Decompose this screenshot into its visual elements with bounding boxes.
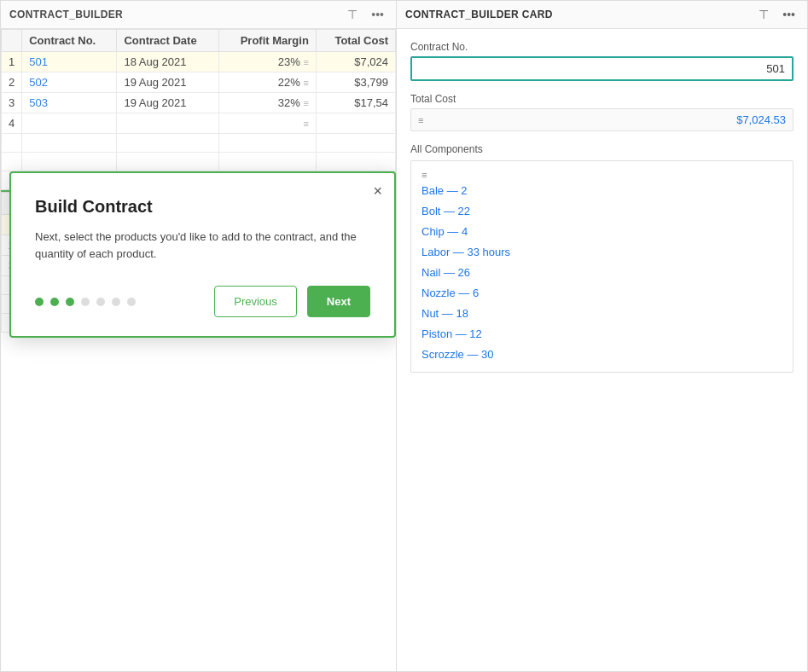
all-components-field-group: All Components ≡ Bale — 2 Bolt — 22 Chip… [410, 143, 793, 373]
dot-1 [35, 298, 44, 306]
comp-item-chip[interactable]: Chip — 4 [421, 222, 782, 242]
right-panel-title: CONTRACT_BUILDER Card [405, 9, 553, 20]
dot-4 [81, 298, 90, 306]
card-form: Contract No. Total Cost ≡ $7,024.53 All … [397, 29, 807, 397]
contract-no-label: Contract No. [410, 41, 793, 53]
total-cost-value: ≡ $7,024.53 [410, 108, 793, 131]
right-panel-icons: ⊤ ••• [755, 6, 799, 23]
modal-footer: Previous Next [35, 286, 370, 317]
total-cost-icon: ≡ [418, 115, 423, 125]
left-panel: CONTRACT_BUILDER ⊤ ••• Contract No. Cont… [0, 0, 397, 672]
contract-no-input[interactable] [410, 56, 793, 81]
dot-2 [50, 298, 59, 306]
comp-item-scrozzle[interactable]: Scrozzle — 30 [421, 345, 782, 365]
modal-buttons: Previous Next [214, 286, 370, 317]
stepper-dots [35, 298, 136, 306]
dot-7 [127, 298, 136, 306]
close-button[interactable]: × [373, 183, 382, 199]
comp-item-piston[interactable]: Piston — 12 [421, 324, 782, 345]
components-box: ≡ Bale — 2 Bolt — 22 Chip — 4 Labor — 33… [410, 160, 793, 373]
comp-item-labor[interactable]: Labor — 33 hours [421, 242, 782, 263]
dot-3 [66, 298, 74, 306]
more-icon-right[interactable]: ••• [779, 6, 799, 23]
total-cost-field-group: Total Cost ≡ $7,024.53 [410, 93, 793, 131]
contract-no-field-group: Contract No. [410, 41, 793, 81]
comp-item-bale[interactable]: Bale — 2 [421, 181, 782, 201]
dot-5 [96, 298, 105, 306]
components-list-icon: ≡ [421, 170, 427, 180]
right-panel-header: CONTRACT_BUILDER Card ⊤ ••• [397, 1, 807, 29]
comp-item-nut[interactable]: Nut — 18 [421, 304, 782, 324]
comp-item-nail[interactable]: Nail — 26 [421, 263, 782, 283]
total-cost-amount: $7,024.53 [736, 113, 786, 126]
dot-6 [112, 298, 120, 306]
modal-title: Build Contract [35, 197, 370, 217]
total-cost-label: Total Cost [410, 93, 793, 105]
comp-item-nozzle[interactable]: Nozzle — 6 [421, 283, 782, 304]
previous-button[interactable]: Previous [214, 286, 297, 317]
filter-icon-right[interactable]: ⊤ [755, 6, 772, 23]
build-contract-modal: × Build Contract Next, select the produc… [9, 171, 396, 338]
comp-item-bolt[interactable]: Bolt — 22 [421, 201, 782, 222]
all-components-label: All Components [410, 143, 793, 155]
next-button[interactable]: Next [307, 286, 370, 317]
modal-overlay: × Build Contract Next, select the produc… [1, 1, 396, 671]
right-panel: CONTRACT_BUILDER Card ⊤ ••• Contract No.… [397, 0, 808, 672]
modal-description: Next, select the products you'd like to … [35, 229, 370, 262]
